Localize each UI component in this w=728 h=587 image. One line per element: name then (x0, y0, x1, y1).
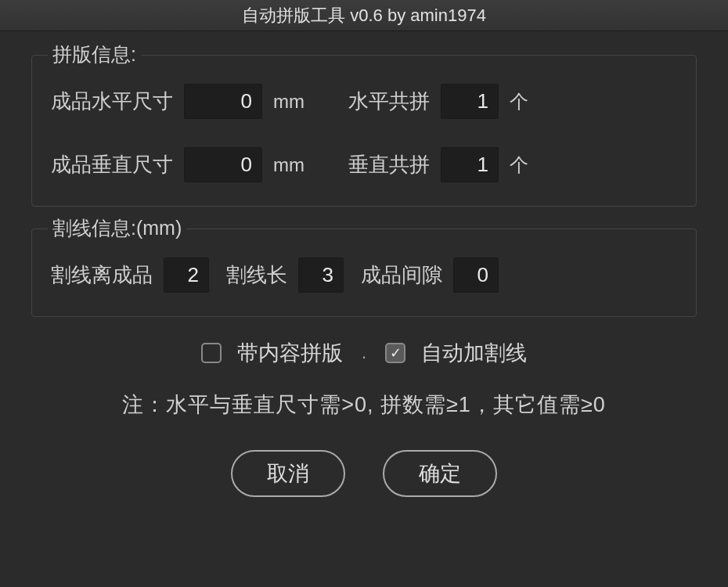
auto-cutline-label: 自动加割线 (421, 339, 527, 367)
vertical-size-row: 成品垂直尺寸 mm 垂直共拼 个 (51, 147, 680, 182)
validation-note: 注：水平与垂直尺寸需>0, 拼数需≥1，其它值需≥0 (31, 391, 697, 419)
options-row: 带内容拼版 . ✓ 自动加割线 (31, 339, 697, 367)
checkmark-icon: ✓ (390, 346, 402, 360)
horizontal-size-unit: mm (273, 91, 305, 113)
separator-dot-icon: . (359, 343, 369, 363)
cutline-group: 割线信息:(mm) 割线离成品 割线长 成品间隙 (31, 229, 697, 317)
cutline-offset-input[interactable] (164, 257, 209, 293)
horizontal-size-row: 成品水平尺寸 mm 水平共拼 个 (51, 84, 680, 119)
cutline-length-input[interactable] (298, 257, 344, 293)
vertical-count-unit: 个 (510, 153, 528, 178)
cutline-length-label: 割线长 (226, 261, 287, 289)
cutline-offset-label: 割线离成品 (51, 261, 153, 289)
vertical-size-label: 成品垂直尺寸 (51, 151, 173, 178)
horizontal-count-input[interactable] (441, 84, 499, 119)
horizontal-count-label: 水平共拼 (348, 88, 430, 115)
with-content-checkbox[interactable] (201, 343, 222, 363)
vertical-size-unit: mm (273, 154, 305, 176)
vertical-size-input[interactable] (184, 147, 262, 182)
vertical-count-label: 垂直共拼 (348, 151, 430, 178)
product-gap-input[interactable] (453, 257, 499, 293)
horizontal-size-label: 成品水平尺寸 (51, 88, 173, 115)
with-content-label: 带内容拼版 (237, 339, 343, 367)
auto-cutline-checkbox[interactable]: ✓ (385, 343, 405, 363)
cancel-button[interactable]: 取消 (231, 450, 345, 497)
imposition-group-legend: 拼版信息: (48, 41, 141, 67)
imposition-group: 拼版信息: 成品水平尺寸 mm 水平共拼 个 成品垂直尺寸 mm 垂直共拼 个 (31, 55, 697, 207)
cutline-group-legend: 割线信息:(mm) (48, 215, 186, 241)
vertical-count-input[interactable] (441, 147, 499, 182)
horizontal-count-unit: 个 (510, 89, 528, 114)
window-titlebar: 自动拼版工具 v0.6 by amin1974 (0, 0, 728, 31)
dialog-content: 拼版信息: 成品水平尺寸 mm 水平共拼 个 成品垂直尺寸 mm 垂直共拼 个 … (0, 31, 728, 520)
ok-button[interactable]: 确定 (383, 450, 497, 497)
cutline-row: 割线离成品 割线长 成品间隙 (51, 257, 680, 293)
button-row: 取消 确定 (31, 450, 697, 497)
horizontal-size-input[interactable] (184, 84, 262, 119)
window-title: 自动拼版工具 v0.6 by amin1974 (242, 4, 486, 27)
product-gap-label: 成品间隙 (361, 261, 442, 289)
